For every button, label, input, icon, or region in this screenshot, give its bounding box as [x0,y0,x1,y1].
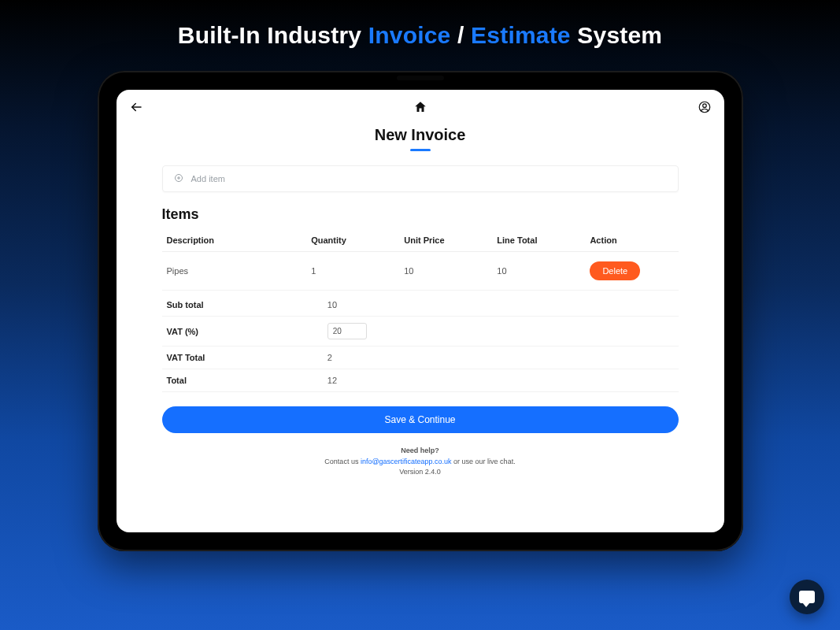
subtotal-value: 10 [309,300,337,309]
summary-section: Sub total 10 VAT (%) VAT Total 2 Total 1… [162,294,679,392]
total-label: Total [167,376,309,385]
vat-percent-label: VAT (%) [167,327,309,336]
cell-line-total: 10 [492,252,585,291]
footer-contact-suffix: or use our live chat. [452,458,516,465]
chat-icon [799,591,815,603]
summary-subtotal: Sub total 10 [162,294,679,317]
subtotal-label: Sub total [167,300,309,309]
col-action: Action [585,228,678,252]
footer-version: Version 2.4.0 [162,467,679,478]
col-line-total: Line Total [492,228,585,252]
footer-contact-line: Contact us info@gascertificateapp.co.uk … [162,457,679,468]
tablet-frame: New Invoice Add item Items Description Q… [98,71,743,551]
table-row: Pipes 1 10 10 Delete [162,252,679,291]
marketing-headline: Built-In Industry Invoice / Estimate Sys… [0,0,840,49]
svg-point-2 [702,104,706,108]
delete-button[interactable]: Delete [590,261,640,280]
headline-part2: System [571,22,662,48]
total-value: 12 [309,376,337,385]
home-icon[interactable] [413,100,427,114]
summary-vat-percent: VAT (%) [162,317,679,346]
save-continue-button[interactable]: Save & Continue [162,406,679,433]
col-description: Description [162,228,307,252]
chat-fab[interactable] [790,580,824,614]
app-screen: New Invoice Add item Items Description Q… [117,90,724,532]
footer: Need help? Contact us info@gascertificat… [162,446,679,478]
col-quantity: Quantity [306,228,399,252]
back-icon[interactable] [129,100,143,114]
headline-part1: Built-In Industry [178,22,368,48]
items-heading: Items [162,206,679,223]
add-item-label: Add item [191,174,225,183]
items-table: Description Quantity Unit Price Line Tot… [162,228,679,291]
add-item-button[interactable]: Add item [162,165,679,192]
vat-total-value: 2 [309,353,332,362]
footer-email-link[interactable]: info@gascertificateapp.co.uk [361,458,452,465]
headline-accent-invoice: Invoice [368,22,451,48]
page-title: New Invoice [117,126,724,144]
cell-quantity: 1 [306,252,399,291]
footer-contact-prefix: Contact us [324,458,361,465]
user-profile-icon[interactable] [698,100,712,114]
headline-separator: / [450,22,471,48]
cell-unit-price: 10 [399,252,492,291]
col-unit-price: Unit Price [399,228,492,252]
vat-total-label: VAT Total [167,353,309,362]
plus-circle-icon [174,173,183,184]
title-underline [410,149,431,151]
vat-percent-input[interactable] [327,323,367,339]
app-header [117,90,724,124]
summary-total: Total 12 [162,369,679,392]
headline-accent-estimate: Estimate [471,22,571,48]
cell-description: Pipes [162,252,307,291]
summary-vat-total: VAT Total 2 [162,346,679,369]
footer-need-help: Need help? [162,446,679,457]
